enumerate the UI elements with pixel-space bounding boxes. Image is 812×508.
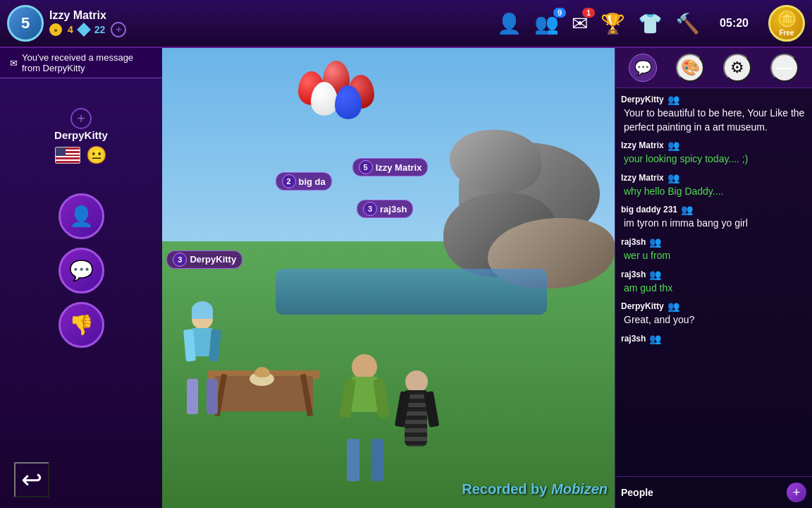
chat-message: Izzy Matrix 👥 your looking spicy today..… (621, 140, 806, 167)
izzy-name-label: Izzy Matrix (376, 162, 422, 173)
chat-message: raj3sh 👥 (621, 333, 806, 346)
sender-name: Izzy Matrix (621, 140, 664, 150)
emoji-face-icon: 😐 (86, 145, 107, 165)
player-info: Izzy Matrix ● 4 22 + (49, 9, 126, 37)
chat-sender-row: raj3sh 👥 (621, 269, 806, 280)
left-sidebar: + DerpyKitty 😐 👤 💬 👎 ↩ (0, 48, 162, 508)
right-chat-panel: 💬 🎨 ⚙ — DerpyKitty 👥 Your to beautiful t… (615, 48, 812, 508)
player-name: Izzy Matrix (49, 9, 126, 22)
mail-notif-icon: ✉ (10, 58, 18, 68)
chat-text: why hello Big Daddy.... (621, 185, 806, 199)
watermark-brand: Mobizen (551, 481, 608, 497)
hammer-nav-button[interactable]: 🔨 (675, 12, 700, 35)
group-icon: 👥 (668, 140, 679, 151)
sender-name: big daddy 231 (621, 205, 677, 214)
chat-mode-button[interactable]: 💬 (629, 54, 657, 82)
chat-text: Your to beautiful to be here, Your Like … (621, 107, 806, 134)
sender-name: raj3sh (621, 237, 646, 247)
friend-card: + DerpyKitty 😐 (54, 104, 108, 165)
back-arrow-icon: ↩ (21, 465, 42, 494)
char-izzy-body (343, 354, 386, 439)
friend-name: DerpyKitty (54, 129, 108, 141)
group-icon: 👥 (668, 94, 679, 105)
sender-name: raj3sh (621, 334, 646, 344)
picnic-table (207, 370, 320, 379)
chat-sender-row: big daddy 231 👥 (621, 204, 806, 215)
friends-nav-button[interactable]: 👥 9 (534, 12, 559, 35)
char-label-bigda: 2 big da (276, 172, 332, 190)
chat-message: DerpyKitty 👥 Your to beautiful to be her… (621, 94, 806, 134)
chat-sender-row: DerpyKitty 👥 (621, 94, 806, 105)
trophy-icon: 🏆 (601, 12, 625, 35)
top-bar: 5 Izzy Matrix ● 4 22 + 👤 👥 9 ✉ 1 🏆 👕 (0, 0, 812, 48)
shirt-nav-button[interactable]: 👕 (638, 12, 663, 35)
coin-icon: ● (49, 23, 62, 36)
add-friend-icon: 👤 (69, 205, 94, 228)
coins-value: 4 (68, 24, 73, 35)
watermark-prefix: Recorded by (462, 481, 551, 497)
chat-message: raj3sh 👥 am gud thx (621, 269, 806, 296)
level-badge: 5 (7, 5, 44, 42)
sender-name: DerpyKitty (621, 95, 664, 104)
sender-name: Izzy Matrix (621, 173, 664, 183)
flag-us-icon (55, 147, 80, 164)
currency-row: ● 4 22 + (49, 22, 126, 37)
group-icon: 👥 (668, 172, 679, 183)
add-friend-small-button[interactable]: + (70, 108, 92, 129)
add-friend-button[interactable]: 👤 (59, 193, 104, 239)
dislike-button[interactable]: 👎 (59, 302, 104, 348)
chat-sender-row: Izzy Matrix 👥 (621, 140, 806, 151)
char-label-derpykitty: 3 DerpyKitty (166, 250, 242, 269)
chat-text: wer u from (621, 249, 806, 263)
friend-flags: 😐 (55, 145, 107, 165)
settings-button[interactable]: ⚙ (723, 54, 751, 82)
free-label: Free (779, 29, 794, 37)
add-currency-button[interactable]: + (111, 22, 126, 37)
sender-name: raj3sh (621, 270, 646, 279)
chat-message: DerpyKitty 👥 Great, and you? (621, 301, 806, 327)
diamond-icon (77, 23, 91, 37)
game-scene: 3 DerpyKitty 2 big da 5 Izzy Matrix 3 ra… (162, 48, 615, 508)
people-label: People (621, 487, 653, 498)
chat-sender-row: Izzy Matrix 👥 (621, 172, 806, 183)
chat-message: Izzy Matrix 👥 why hello Big Daddy.... (621, 172, 806, 199)
thumbs-down-icon: 👎 (69, 313, 94, 337)
group-icon: 👥 (649, 236, 661, 248)
chat-bottom-bar: People + (615, 476, 812, 508)
sender-name: DerpyKitty (621, 301, 664, 311)
raj3sh-name-label: raj3sh (380, 204, 407, 214)
diamonds-value: 22 (94, 24, 106, 35)
time-display: 05:20 (720, 17, 749, 30)
minimize-button[interactable]: — (770, 54, 799, 82)
level-number: 5 (21, 14, 30, 32)
nav-icons: 👤 👥 9 ✉ 1 🏆 👕 🔨 05:20 🪙 Free (497, 5, 805, 42)
chat-toolbar: 💬 🎨 ⚙ — (615, 48, 812, 88)
watermark: Recorded by Mobizen (462, 481, 608, 497)
char-striped-woman (398, 370, 436, 462)
chat-message: big daddy 231 👥 im tyron n imma bang yo … (621, 204, 806, 231)
chat-text: im tyron n imma bang yo girl (621, 217, 806, 231)
char-label-izzy: 5 Izzy Matrix (352, 158, 429, 176)
back-button[interactable]: ↩ (14, 462, 49, 497)
group-icon: 👥 (668, 301, 679, 312)
color-picker-button[interactable]: 🎨 (676, 54, 704, 82)
chat-sender-row: raj3sh 👥 (621, 236, 806, 248)
chat-bubble-icon: 💬 (69, 259, 94, 282)
add-people-button[interactable]: + (787, 483, 806, 502)
chat-message: raj3sh 👥 wer u from (621, 236, 806, 263)
message-notification[interactable]: ✉ You've received a message from DerpyKi… (0, 48, 162, 78)
profile-nav-button[interactable]: 👤 (497, 12, 522, 35)
shirt-icon: 👕 (638, 12, 663, 35)
chat-messages: DerpyKitty 👥 Your to beautiful to be her… (615, 88, 812, 476)
mail-badge: 1 (582, 8, 595, 18)
char-derpykitty (185, 308, 220, 379)
hammer-icon: 🔨 (675, 12, 700, 35)
mail-nav-button[interactable]: ✉ 1 (572, 12, 588, 35)
chat-button[interactable]: 💬 (59, 248, 104, 294)
trophy-nav-button[interactable]: 🏆 (601, 12, 625, 35)
free-button[interactable]: 🪙 Free (768, 5, 805, 42)
derpykitty-name-label: DerpyKitty (190, 254, 236, 265)
notification-text: You've received a message from DerpyKitt… (22, 52, 152, 73)
chat-sender-row: raj3sh 👥 (621, 333, 806, 344)
group-icon: 👥 (681, 204, 693, 215)
